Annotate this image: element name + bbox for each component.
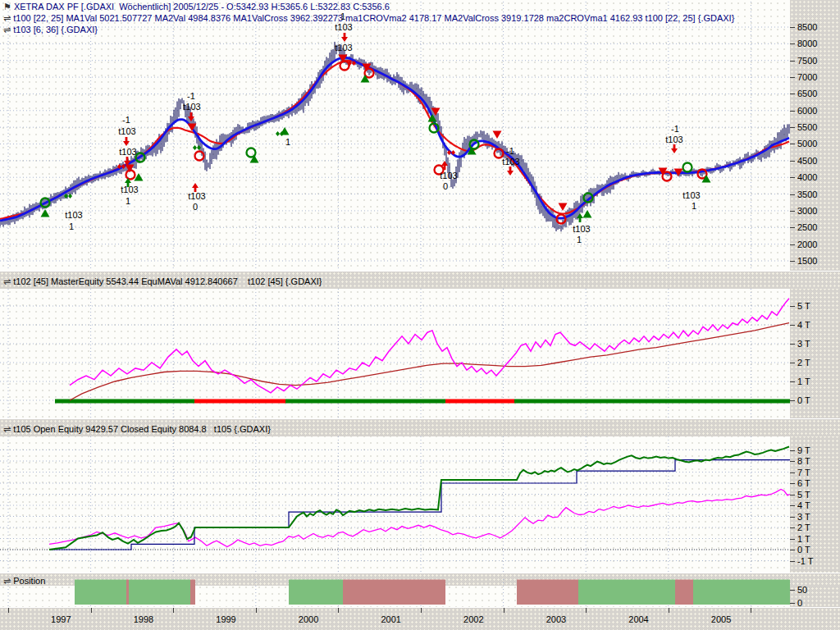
indicator-t102-label: t102 [45] MasterEquity 5543.44 EquMAVal … <box>13 276 322 286</box>
position-panel-label: Position <box>13 576 45 586</box>
sell-arrow-down-icon <box>341 33 348 42</box>
equity-state-band <box>55 399 790 404</box>
indicator-row-t105[interactable]: ⇌t105 Open Equity 9429.57 Closed Equity … <box>3 424 271 434</box>
sell-circle-marker <box>195 152 204 161</box>
cover-arrow-up-icon <box>192 183 199 192</box>
swap-arrows-icon: ⇌ <box>3 576 11 586</box>
price-moving-averages <box>0 57 789 221</box>
sell-circle-marker <box>126 171 135 180</box>
swap-arrows-icon: ⇌ <box>3 424 11 434</box>
open-closed-equity-lines <box>49 447 790 550</box>
sell-arrow-down-icon <box>671 144 678 153</box>
price-bars <box>0 42 789 231</box>
sell-circle-marker <box>435 166 444 175</box>
buy-triangle-marker <box>281 127 290 135</box>
sell-arrow-down-icon <box>123 137 130 146</box>
swap-arrows-icon: ⇌ <box>3 13 11 23</box>
chart-window: ⚑XETRA DAX PF [.GDAXI Wöchentlich] 2005/… <box>0 0 840 630</box>
flag-icon: ⚑ <box>3 2 11 11</box>
indicator-row-t103[interactable]: ⇌t103 [6, 36] {.GDAXI} <box>3 25 98 34</box>
chart-canvas <box>0 0 840 630</box>
trade-signal-markers <box>41 33 711 224</box>
window-title: XETRA DAX PF [.GDAXI Wöchentlich] 2005/1… <box>14 2 390 11</box>
grid-lines <box>0 2 790 606</box>
sell-arrow-down-icon <box>507 167 514 176</box>
position-band <box>75 580 790 605</box>
indicator-row-position[interactable]: ⇌Position <box>3 576 45 586</box>
swap-arrows-icon: ⇌ <box>3 25 11 34</box>
buy-triangle-marker <box>41 209 50 217</box>
swap-arrows-icon: ⇌ <box>3 276 11 286</box>
sell-triangle-marker <box>493 131 502 139</box>
indicator-t103-label: t103 [6, 36] {.GDAXI} <box>13 25 98 34</box>
master-equity-lines <box>70 299 789 400</box>
indicator-t100-label: t100 [22, 25] MA1Val 5021.507727 MA2Val … <box>13 13 734 23</box>
buy-circle-marker <box>683 163 692 172</box>
window-title-row[interactable]: ⚑XETRA DAX PF [.GDAXI Wöchentlich] 2005/… <box>3 2 390 11</box>
buy-triangle-marker <box>361 75 370 83</box>
sell-triangle-marker <box>559 203 568 212</box>
indicator-t105-label: t105 Open Equity 9429.57 Closed Equity 8… <box>13 424 271 434</box>
indicator-row-t102[interactable]: ⇌t102 [45] MasterEquity 5543.44 EquMAVal… <box>3 276 322 286</box>
indicator-row-t100[interactable]: ⇌t100 [22, 25] MA1Val 5021.507727 MA2Val… <box>3 13 734 23</box>
